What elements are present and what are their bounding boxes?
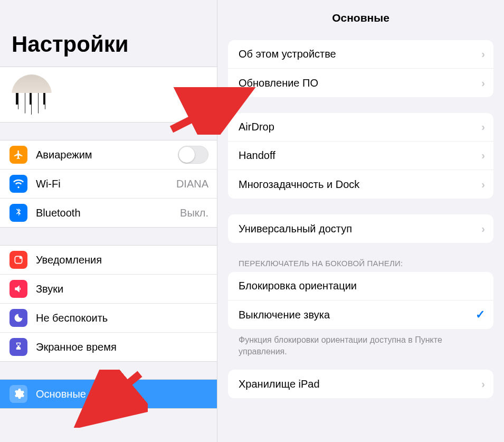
sound-icon	[9, 280, 27, 298]
settings-title: Настройки	[0, 0, 217, 67]
profile-row[interactable]	[0, 67, 217, 123]
detail-group-accessibility: Универсальный доступ ›	[228, 214, 493, 243]
sidebar-item-label: Wi-Fi	[36, 178, 176, 190]
sidebar-item-label: Экранное время	[36, 341, 208, 353]
sidebar-item-label: Не беспокоить	[36, 312, 208, 324]
sidebar-item-wifi[interactable]: Wi-Fi DIANA	[0, 170, 217, 199]
sidebar-group-alerts: Уведомления Звуки Не беспокоить Экранное…	[0, 246, 217, 362]
side-switch-footer: Функция блокировки ориентации доступна в…	[239, 334, 483, 357]
sidebar-group-connectivity: Авиарежим Wi-Fi DIANA Bluetooth Выкл.	[0, 140, 217, 228]
detail-group-about: Об этом устройстве › Обновление ПО ›	[228, 40, 493, 97]
sidebar-item-label: Основные	[36, 388, 208, 400]
dnd-icon	[9, 309, 27, 327]
detail-row-label: Многозадачность и Dock	[239, 178, 481, 191]
detail-row-label: Блокировка ориентации	[239, 280, 485, 292]
detail-row-about[interactable]: Об этом устройстве ›	[228, 40, 493, 69]
sidebar-item-airplane[interactable]: Авиарежим	[0, 140, 217, 170]
detail-row-software-update[interactable]: Обновление ПО ›	[228, 69, 493, 97]
detail-row-label: AirDrop	[239, 121, 481, 133]
chevron-right-icon: ›	[481, 121, 485, 133]
plane-icon	[9, 146, 27, 164]
chevron-right-icon: ›	[481, 48, 485, 60]
gear-icon	[9, 385, 27, 403]
sidebar-group-general: Основные	[0, 380, 217, 409]
section-spacer	[0, 228, 217, 246]
detail-row-label: Хранилище iPad	[239, 378, 481, 390]
bluetooth-icon	[9, 204, 27, 222]
detail-row-label: Об этом устройстве	[239, 48, 481, 60]
detail-group-side-switch: Блокировка ориентации Выключение звука ✓	[228, 272, 493, 329]
sidebar-item-label: Уведомления	[36, 254, 208, 266]
detail-group-airdrop: AirDrop › Handoff › Многозадачность и Do…	[228, 113, 493, 199]
sidebar-item-label: Звуки	[36, 283, 208, 295]
sidebar-item-label: Авиарежим	[36, 149, 178, 161]
wifi-value: DIANA	[176, 178, 208, 190]
chevron-right-icon: ›	[481, 178, 485, 191]
detail-group-storage: Хранилище iPad ›	[228, 370, 493, 398]
sidebar-item-general[interactable]: Основные	[0, 380, 217, 409]
section-spacer	[0, 123, 217, 140]
detail-row-accessibility[interactable]: Универсальный доступ ›	[228, 214, 493, 243]
sidebar-item-dnd[interactable]: Не беспокоить	[0, 304, 217, 333]
sidebar-item-label: Bluetooth	[36, 207, 180, 219]
chevron-right-icon: ›	[481, 223, 485, 235]
wifi-icon	[9, 175, 27, 193]
side-switch-header: ПЕРЕКЛЮЧАТЕЛЬ НА БОКОВОЙ ПАНЕЛИ:	[239, 259, 483, 268]
detail-row-label: Универсальный доступ	[239, 223, 481, 235]
detail-row-multitasking[interactable]: Многозадачность и Dock ›	[228, 170, 493, 199]
detail-row-storage[interactable]: Хранилище iPad ›	[228, 370, 493, 398]
avatar	[12, 74, 52, 115]
chevron-right-icon: ›	[481, 77, 485, 89]
sidebar-item-notifications[interactable]: Уведомления	[0, 246, 217, 275]
check-icon: ✓	[476, 308, 485, 322]
detail-title: Основные	[217, 0, 504, 40]
notifications-icon	[9, 251, 27, 269]
svg-point-1	[20, 256, 22, 259]
detail-row-mute[interactable]: Выключение звука ✓	[228, 300, 493, 329]
sidebar-item-sounds[interactable]: Звуки	[0, 275, 217, 304]
chevron-right-icon: ›	[481, 149, 485, 162]
bluetooth-value: Выкл.	[180, 207, 208, 219]
airplane-toggle[interactable]	[178, 146, 208, 164]
sidebar-item-screentime[interactable]: Экранное время	[0, 333, 217, 362]
detail-row-label: Обновление ПО	[239, 77, 481, 89]
detail-row-label: Выключение звука	[239, 309, 476, 321]
chevron-right-icon: ›	[481, 378, 485, 390]
sidebar-item-bluetooth[interactable]: Bluetooth Выкл.	[0, 199, 217, 228]
screentime-icon	[9, 338, 27, 356]
detail-row-handoff[interactable]: Handoff ›	[228, 142, 493, 170]
detail-row-airdrop[interactable]: AirDrop ›	[228, 113, 493, 142]
section-spacer	[0, 362, 217, 380]
detail-row-label: Handoff	[239, 149, 481, 162]
detail-row-lock-orientation[interactable]: Блокировка ориентации	[228, 272, 493, 300]
